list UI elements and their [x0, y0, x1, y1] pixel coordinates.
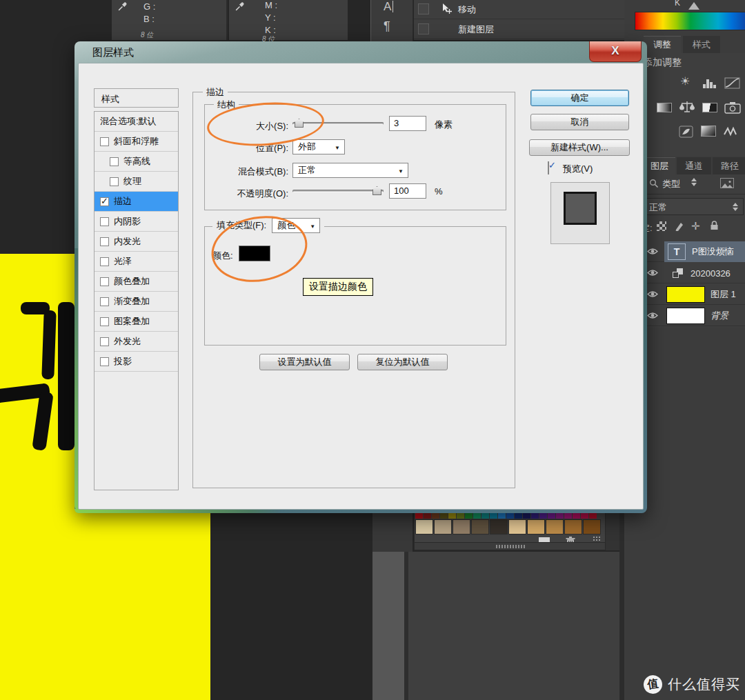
- style-checkbox[interactable]: [100, 297, 109, 306]
- color-swatch[interactable]: [457, 513, 464, 519]
- color-swatch[interactable]: [465, 513, 473, 519]
- styles-item[interactable]: 纹理: [95, 172, 178, 192]
- color-ramp[interactable]: [635, 12, 745, 30]
- gradient-map-icon[interactable]: [701, 126, 716, 137]
- eye-icon[interactable]: [647, 290, 658, 298]
- style-checkbox[interactable]: [100, 197, 109, 206]
- color-swatch[interactable]: [515, 513, 522, 519]
- slider-thumb[interactable]: [372, 186, 381, 195]
- color-swatch[interactable]: [531, 513, 539, 519]
- close-button[interactable]: X: [589, 41, 642, 62]
- lock-all-icon[interactable]: [709, 220, 719, 234]
- color-swatch[interactable]: [581, 513, 588, 519]
- styles-item[interactable]: 等高线: [95, 152, 178, 172]
- style-checkbox[interactable]: [110, 177, 119, 186]
- tab-layers[interactable]: 图层: [644, 157, 675, 174]
- layer-name[interactable]: P图没烦恼: [692, 246, 734, 258]
- color-swatch[interactable]: [473, 513, 481, 519]
- preview-checkbox[interactable]: [548, 161, 549, 174]
- eye-icon[interactable]: [647, 312, 658, 319]
- color-swatch[interactable]: [490, 519, 508, 534]
- history-row-move[interactable]: 移动: [414, 0, 624, 19]
- styles-item[interactable]: 内发光: [95, 232, 178, 252]
- color-balance-icon[interactable]: [679, 100, 695, 116]
- styles-item-stroke-selected[interactable]: 描边: [95, 192, 178, 212]
- character-panel-icon[interactable]: A​: [384, 0, 393, 14]
- history-checkbox[interactable]: [418, 23, 429, 34]
- text-layer-thumbnail[interactable]: T: [668, 243, 686, 260]
- cancel-button[interactable]: 取消: [530, 114, 629, 130]
- color-swatch[interactable]: [523, 513, 530, 519]
- layer-name[interactable]: 背景: [711, 310, 728, 322]
- color-swatch[interactable]: [573, 513, 580, 519]
- tab-paths[interactable]: 路径: [713, 157, 745, 174]
- size-input[interactable]: 3: [389, 116, 426, 131]
- color-swatch[interactable]: [564, 519, 582, 534]
- ok-button[interactable]: 确定: [530, 90, 629, 106]
- color-swatch[interactable]: [556, 513, 564, 519]
- set-default-button[interactable]: 设置为默认值: [259, 354, 350, 370]
- color-swatch[interactable]: [448, 513, 456, 519]
- style-checkbox[interactable]: [100, 317, 109, 326]
- color-swatch[interactable]: [424, 513, 431, 519]
- styles-item[interactable]: 颜色叠加: [95, 272, 178, 292]
- color-swatch[interactable]: [440, 513, 448, 519]
- eye-icon[interactable]: [647, 269, 658, 277]
- tab-channels[interactable]: 通道: [677, 157, 711, 174]
- styles-item[interactable]: 图案叠加: [95, 312, 178, 332]
- color-swatch[interactable]: [508, 519, 526, 534]
- style-checkbox[interactable]: [100, 237, 109, 246]
- color-swatch[interactable]: [546, 519, 564, 534]
- opacity-input[interactable]: 100: [389, 183, 426, 199]
- styles-item[interactable]: 外发光: [95, 332, 178, 352]
- color-swatch[interactable]: [490, 513, 497, 519]
- tab-styles[interactable]: 样式: [683, 36, 720, 53]
- exposure-icon[interactable]: [657, 103, 672, 112]
- channel-mixer-icon[interactable]: [679, 126, 694, 141]
- photo-filter-icon[interactable]: [724, 101, 742, 117]
- tab-adjustments[interactable]: 调整: [644, 36, 681, 53]
- black-white-icon[interactable]: [702, 103, 717, 112]
- styles-item[interactable]: 斜面和浮雕: [95, 132, 178, 152]
- curves-icon[interactable]: [724, 77, 741, 92]
- color-swatch[interactable]: [583, 519, 601, 534]
- styles-item[interactable]: 渐变叠加: [95, 292, 178, 312]
- styles-item[interactable]: 内阴影: [95, 212, 178, 232]
- lock-position-icon[interactable]: ✛: [691, 220, 700, 232]
- color-swatch[interactable]: [527, 519, 545, 534]
- styles-item[interactable]: 光泽: [95, 252, 178, 272]
- layer-name[interactable]: 20200326: [691, 268, 731, 279]
- style-checkbox[interactable]: [100, 217, 109, 226]
- color-swatch[interactable]: [434, 519, 452, 534]
- color-swatch[interactable]: [471, 519, 489, 534]
- color-swatch[interactable]: [506, 513, 514, 519]
- brightness-contrast-icon[interactable]: ☀: [680, 74, 690, 88]
- selective-color-icon[interactable]: [723, 126, 739, 140]
- position-dropdown[interactable]: 外部▼: [292, 139, 345, 154]
- color-swatch[interactable]: [415, 519, 433, 534]
- color-swatch[interactable]: [453, 519, 470, 534]
- filter-spinner-icon[interactable]: [691, 178, 697, 186]
- paragraph-panel-icon[interactable]: ¶: [384, 19, 390, 34]
- ramp-slider-handle[interactable]: [688, 2, 699, 10]
- color-swatch[interactable]: [548, 513, 555, 519]
- style-checkbox[interactable]: [100, 337, 109, 346]
- reset-default-button[interactable]: 复位为默认值: [357, 354, 448, 370]
- eye-icon[interactable]: [647, 248, 658, 255]
- style-checkbox[interactable]: [110, 157, 119, 166]
- levels-icon[interactable]: [702, 77, 719, 92]
- lock-paint-brush-icon[interactable]: [675, 221, 685, 234]
- style-checkbox[interactable]: [100, 277, 109, 286]
- color-swatch[interactable]: [481, 513, 489, 519]
- panel-drag-grip[interactable]: [496, 545, 526, 548]
- color-swatch[interactable]: [539, 513, 547, 519]
- color-swatch[interactable]: [589, 513, 597, 519]
- lock-transparency-icon[interactable]: [657, 221, 666, 231]
- style-checkbox[interactable]: [100, 357, 109, 366]
- color-swatch[interactable]: [415, 513, 423, 519]
- layer-thumbnail[interactable]: [666, 286, 705, 303]
- blend-mode-dropdown[interactable]: 正常▼: [292, 163, 408, 178]
- opacity-slider[interactable]: [292, 186, 384, 196]
- color-swatch[interactable]: [564, 513, 572, 519]
- styles-item[interactable]: 投影: [95, 352, 178, 372]
